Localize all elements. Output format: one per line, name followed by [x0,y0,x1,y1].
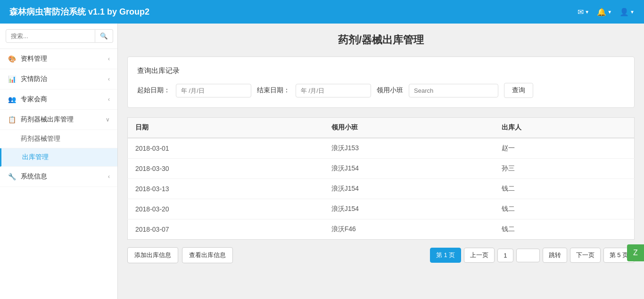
sidebar-item-label-medicine: 药剂器械出库管理 [21,115,74,124]
cell-team: 浪沃J153 [324,138,494,159]
email-icon: ✉ [578,8,584,16]
system-icon: 🔧 [8,173,16,180]
email-caret: ▼ [585,9,589,15]
cell-team: 浪沃J154 [324,159,494,179]
query-button[interactable]: 查询 [504,83,533,98]
cell-date: 2018-03-13 [128,179,324,199]
table-row: 2018-03-01 浪沃J153 赵一 [128,138,635,159]
col-header-date: 日期 [128,118,324,138]
sidebar: 🔍 🎨 资料管理 ‹ 📊 灾情防治 ‹ 👥 专家会商 ‹ [0,24,118,299]
start-date-label: 起始日期： [137,86,170,95]
notification-caret: ▼ [607,9,612,15]
float-action-button[interactable]: Z [627,244,644,261]
navbar: 森林病虫害防治系统 v1.1 by Group2 ✉ ▼ 🔔 ▼ 👤 ▼ [0,0,644,24]
team-search-input[interactable] [409,84,498,97]
data-management-icon: 🎨 [8,55,16,63]
col-header-operator: 出库人 [494,118,635,138]
cell-operator: 赵一 [494,138,635,159]
cell-team: 浪沃F46 [324,219,494,240]
sidebar-item-expert-consultation[interactable]: 👥 专家会商 ‹ [0,89,117,110]
float-icon: Z [633,249,638,257]
sidebar-item-data-management[interactable]: 🎨 资料管理 ‹ [0,49,117,69]
cell-date: 2018-03-01 [128,138,324,159]
expert-icon: 👥 [8,96,16,103]
page-jump-input[interactable] [516,249,540,262]
page-number-button[interactable]: 1 [497,249,513,262]
view-outbound-button[interactable]: 查看出库信息 [182,247,233,263]
cell-team: 浪沃J154 [324,179,494,199]
search-icon: 🔍 [100,32,108,40]
cell-operator: 钱二 [494,179,635,199]
chevron-icon-medicine: ∨ [106,116,110,123]
chevron-icon-expert: ‹ [108,96,110,103]
disaster-prevention-icon: 📊 [8,75,16,83]
query-panel-title: 查询出库记录 [137,66,625,75]
sidebar-item-label-expert: 专家会商 [21,95,47,104]
cell-date: 2018-03-20 [128,199,324,219]
col-header-team: 领用小班 [324,118,494,138]
next-page-button[interactable]: 下一页 [570,248,601,263]
chevron-icon-disaster: ‹ [108,76,110,82]
cell-operator: 钱二 [494,219,635,240]
data-table: 日期 领用小班 出库人 2018-03-01 浪沃J153 赵一 2018-03… [127,117,635,240]
sidebar-search-container: 🔍 [0,24,117,49]
query-panel: 查询出库记录 起始日期： 结束日期： 领用小班 查询 [127,57,635,108]
end-date-label: 结束日期： [257,86,290,95]
query-form: 起始日期： 结束日期： 领用小班 查询 [137,83,625,98]
cell-operator: 孙三 [494,159,635,179]
chevron-icon-system: ‹ [108,173,110,180]
user-menu[interactable]: 👤 ▼ [619,8,635,16]
email-menu[interactable]: ✉ ▼ [578,8,589,16]
cell-date: 2018-03-07 [128,219,324,240]
sidebar-item-label-system: 系统信息 [21,172,47,181]
app-title: 森林病虫害防治系统 v1.1 by Group2 [9,6,149,17]
user-caret: ▼ [630,9,635,15]
table-row: 2018-03-13 浪沃J154 钱二 [128,179,635,199]
table-row: 2018-03-07 浪沃F46 钱二 [128,219,635,240]
action-buttons: 添加出库信息 查看出库信息 [127,247,233,263]
layout: 🔍 🎨 资料管理 ‹ 📊 灾情防治 ‹ 👥 专家会商 ‹ [0,24,644,299]
sidebar-item-medicine-management[interactable]: 📋 药剂器械出库管理 ∨ [0,110,117,130]
table-row: 2018-03-20 浪沃J154 钱二 [128,199,635,219]
search-button[interactable]: 🔍 [95,29,113,43]
user-icon: 👤 [619,8,629,16]
chevron-icon-data-management: ‹ [108,56,110,62]
sidebar-item-label-data-management: 资料管理 [21,55,47,63]
start-date-input[interactable] [176,84,251,97]
medicine-icon: 📋 [8,116,16,123]
submenu-label-outbound: 出库管理 [22,153,49,161]
notification-menu[interactable]: 🔔 ▼ [597,8,612,16]
sidebar-submenu-medicine-equipment[interactable]: 药剂器械管理 [0,130,117,148]
team-label: 领用小班 [377,86,403,95]
sidebar-item-system-info[interactable]: 🔧 系统信息 ‹ [0,167,117,187]
cell-team: 浪沃J154 [324,199,494,219]
submenu-label-medicine-equipment: 药剂器械管理 [21,135,60,142]
page-title: 药剂/器械出库管理 [127,33,635,47]
end-date-input[interactable] [296,84,371,97]
prev-page-button[interactable]: 上一页 [464,248,495,263]
sidebar-item-disaster-prevention[interactable]: 📊 灾情防治 ‹ [0,69,117,89]
jump-button[interactable]: 跳转 [543,248,567,263]
bell-icon: 🔔 [597,8,606,16]
sidebar-submenu-outbound-management[interactable]: 出库管理 [0,148,117,167]
cell-operator: 钱二 [494,199,635,219]
add-outbound-button[interactable]: 添加出库信息 [127,247,178,263]
table-row: 2018-03-30 浪沃J154 孙三 [128,159,635,179]
current-page-button[interactable]: 第 1 页 [430,248,461,263]
navbar-right: ✉ ▼ 🔔 ▼ 👤 ▼ [578,8,635,16]
cell-date: 2018-03-30 [128,159,324,179]
pagination: 第 1 页 上一页 1 跳转 下一页 第 5 页 [430,248,635,263]
sidebar-item-label-disaster: 灾情防治 [21,75,47,83]
search-input[interactable] [6,29,95,43]
table-footer: 添加出库信息 查看出库信息 第 1 页 上一页 1 跳转 下一页 第 5 页 [127,247,635,263]
main-content: 药剂/器械出库管理 查询出库记录 起始日期： 结束日期： 领用小班 查询 日期 … [118,24,644,299]
